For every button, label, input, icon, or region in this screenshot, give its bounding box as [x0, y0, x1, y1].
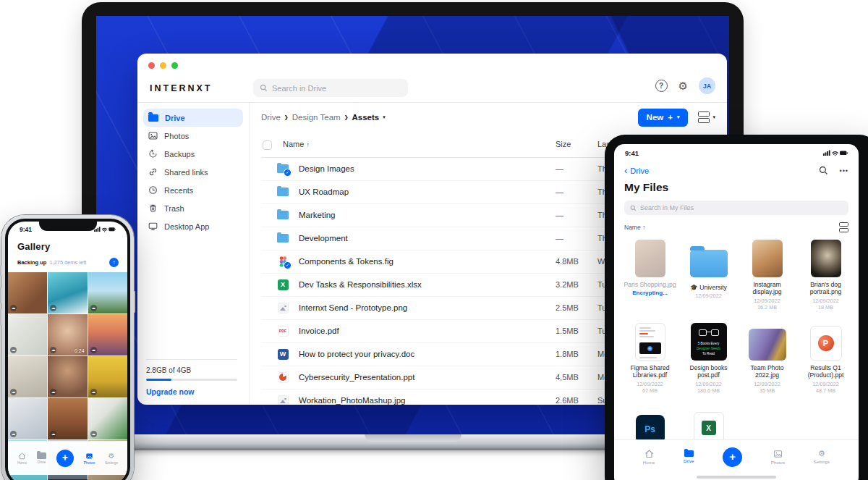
sidebar-item-photos[interactable]: Photos — [143, 127, 243, 145]
avatar[interactable]: JA — [699, 77, 715, 94]
sidebar-item-drive[interactable]: Drive — [143, 109, 243, 127]
photo-sunset-pier[interactable]: ☁ — [88, 314, 127, 355]
nav-photos[interactable]: Photos — [771, 450, 785, 465]
nav-drive[interactable]: Drive — [684, 450, 694, 463]
backup-status-row: Backing up 1,275 items left ↑ — [17, 258, 119, 267]
sidebar-item-recents[interactable]: Recents — [143, 181, 243, 199]
photo-couple[interactable]: ☁ — [48, 356, 87, 397]
encrypting-status: Encrypting... — [632, 290, 667, 296]
video-woman-portrait[interactable]: ☁0:24 — [48, 314, 87, 355]
phone-bottom-nav: Home Drive + Photos ⚙ Settings — [8, 441, 127, 475]
pdf-thumbnail — [635, 323, 665, 361]
add-button[interactable]: + — [723, 447, 742, 467]
sidebar-item-desktop-app[interactable]: Desktop App — [143, 217, 243, 235]
search-icon[interactable] — [819, 166, 828, 175]
synced-badge-icon: ✓ — [284, 261, 292, 269]
monitor-icon — [148, 222, 158, 231]
file-date: 12/09/2022 — [695, 381, 722, 387]
photo-hand-plant[interactable]: ☁ — [8, 356, 47, 397]
gear-icon: ⚙ — [109, 452, 115, 460]
sidebar-item-label: Drive — [165, 114, 185, 122]
powerpoint-icon: P — [818, 335, 834, 351]
grid-item[interactable]: Brian's dog portrait.png 12/09/202218 MB — [797, 237, 854, 320]
file-size: 16.2 MB — [757, 304, 777, 311]
help-icon[interactable]: ? — [655, 80, 668, 92]
file-name: Internxt Send - Prototype.png — [299, 303, 407, 312]
file-size: — — [556, 188, 563, 196]
nav-home[interactable]: Home — [643, 450, 655, 465]
more-options-icon[interactable]: ••• — [840, 167, 848, 174]
folder-icon — [37, 452, 46, 459]
column-size[interactable]: Size — [556, 140, 571, 148]
file-name: Invoice.pdf — [299, 327, 339, 335]
grid-item[interactable]: 🎓 University 12/09/2022 — [680, 237, 737, 320]
file-name: Instagram display.jpg — [740, 281, 795, 296]
nav-settings[interactable]: ⚙ Settings — [105, 452, 118, 465]
photo-sunflowers[interactable]: ☁ — [88, 356, 127, 397]
grid-item[interactable]: Instagram display.jpg 12/09/202216.2 MB — [739, 237, 796, 320]
select-all-checkbox[interactable] — [263, 140, 272, 150]
photo-architecture[interactable]: ☁ — [48, 272, 87, 313]
column-name[interactable]: Name ↑ — [283, 140, 310, 148]
trash-icon — [148, 203, 158, 213]
upgrade-link[interactable]: Upgrade now — [146, 387, 237, 396]
photo-palm-trees[interactable]: ☁ — [88, 272, 127, 313]
sidebar-item-backups[interactable]: Backups — [143, 145, 243, 163]
grid-item[interactable]: P Results Q1 (Product).ppt 12/09/202248.… — [797, 320, 854, 403]
excel-icon: X — [278, 279, 289, 290]
new-button[interactable]: New + ▾ — [638, 109, 689, 127]
status-icons — [94, 226, 116, 232]
add-button[interactable]: + — [56, 450, 74, 467]
nav-photos[interactable]: Photos — [84, 452, 95, 465]
file-name: Results Q1 (Product).ppt — [799, 364, 854, 379]
storage-progress-fill — [146, 379, 171, 381]
photo-white-flowers[interactable]: ☁ — [8, 314, 47, 355]
breadcrumb-current[interactable]: Assets — [352, 113, 380, 122]
image-file-icon — [278, 395, 289, 405]
breadcrumb-drive[interactable]: Drive — [261, 113, 281, 122]
grid-item[interactable]: Team Photo 2022.jpg 12/09/202235 MB — [739, 320, 796, 403]
cloud-synced-icon: ☁ — [90, 389, 97, 395]
gear-icon[interactable]: ⚙ — [678, 80, 688, 91]
folder-name: University — [699, 284, 727, 291]
backup-progress-icon[interactable]: ↑ — [109, 258, 119, 267]
cloud-synced-icon: ☁ — [90, 305, 97, 311]
sort-by-name[interactable]: Name ↑ — [624, 224, 646, 231]
photo-monstera-leaf[interactable]: ☁ — [88, 398, 127, 439]
nav-home[interactable]: Home — [17, 452, 27, 465]
breadcrumb-design-team[interactable]: Design Team — [292, 113, 341, 122]
storage-usage-text: 2.8GB of 4GB — [146, 366, 237, 374]
sidebar-item-shared-links[interactable]: Shared links — [143, 163, 243, 181]
page-title: Gallery — [17, 241, 51, 252]
grid-item[interactable]: 5 Books EveryDesigner NeedsTo Read Desig… — [680, 320, 737, 403]
photo-table-scene[interactable]: ☁ — [8, 398, 47, 439]
chevron-down-icon[interactable]: ▾ — [383, 114, 386, 120]
ppt-thumbnail: P — [810, 326, 842, 361]
grid-item[interactable]: Paris Shopping.jpg Encrypting... — [621, 237, 678, 320]
phone-side-button — [0, 309, 1, 325]
sidebar-item-trash[interactable]: Trash — [143, 199, 243, 217]
photo-red-mountain[interactable]: ☁ — [48, 398, 87, 439]
view-toggle-button[interactable]: ▾ — [698, 111, 715, 123]
file-size: 4,5MB — [556, 373, 579, 382]
search-input[interactable]: Search in My Files — [624, 201, 848, 215]
nav-drive[interactable]: Drive — [37, 452, 46, 464]
file-name: Dev Tasks & Responsibilities.xlsx — [299, 280, 422, 289]
photo-thumbnail — [752, 240, 783, 277]
search-input[interactable]: Search in Drive — [253, 79, 408, 97]
breadcrumb-separator: ❯ — [284, 114, 289, 120]
storage-progress-bar — [146, 379, 237, 381]
photo-thumbnail — [635, 240, 665, 277]
list-view-toggle[interactable] — [839, 222, 848, 232]
nav-settings[interactable]: ⚙ Settings — [814, 450, 830, 464]
glasses-graphic — [699, 329, 719, 337]
photo-person-laptop[interactable]: ☁ — [8, 272, 47, 313]
file-name: Design Images — [299, 164, 354, 173]
back-button[interactable]: ‹ Drive — [624, 166, 649, 175]
phone-notch — [39, 222, 97, 231]
file-size: 2.5MB — [556, 303, 579, 312]
tablet-screen: 9:41 ‹ Drive ••• My Files — [614, 144, 859, 480]
file-size: — — [556, 211, 563, 219]
grid-item[interactable]: Figma Shared Libraries.pdf 12/09/202267 … — [621, 320, 678, 403]
search-icon — [630, 205, 637, 211]
